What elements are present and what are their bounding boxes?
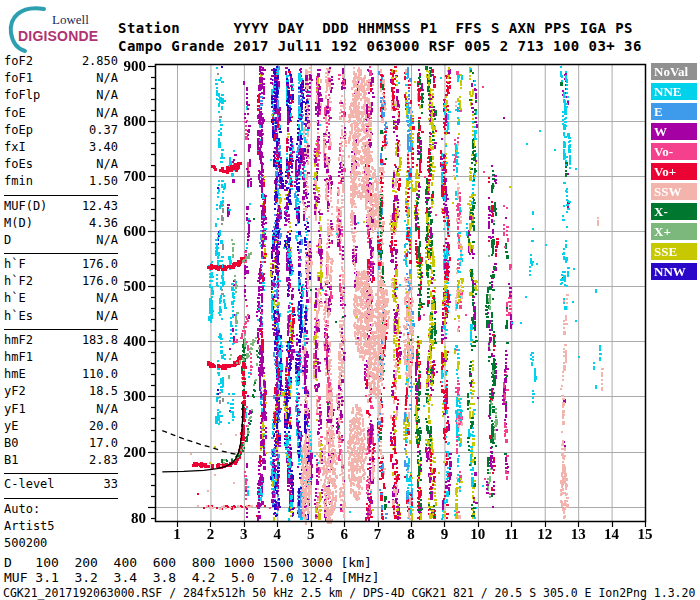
legend-item-x: X+	[651, 223, 697, 240]
param-row-hmf2: hmF2183.8	[4, 333, 118, 350]
panel-separator	[4, 498, 118, 499]
y-tick-label-800: 800	[116, 113, 146, 130]
param-label: foF2	[4, 54, 33, 71]
x-tick-label-2: 2	[197, 526, 223, 543]
legend-item-vo: Vo-	[651, 143, 697, 160]
param-label: C-level	[4, 477, 55, 494]
legend-item-ssw: SSW	[651, 183, 697, 200]
x-tick-label-12: 12	[532, 526, 558, 543]
param-row-yf2: yF218.5	[4, 384, 118, 401]
param-row-ye: yE20.0	[4, 419, 118, 436]
legend-item-vo: Vo+	[651, 163, 697, 180]
x-tick-label-3: 3	[231, 526, 257, 543]
param-row-foe: foEN/A	[4, 106, 118, 123]
x-tick-label-13: 13	[565, 526, 591, 543]
legend-item-sse: SSE	[651, 243, 697, 260]
y-tick-label-900: 900	[116, 58, 146, 75]
param-label: Artist5	[4, 519, 55, 536]
param-row-b0: B017.0	[4, 436, 118, 453]
y-tick-label-200: 200	[116, 444, 146, 461]
param-row-hmf1: hmF1N/A	[4, 350, 118, 367]
muf-distance-table: D 100 200 400 600 800 1000 1500 3000 [km…	[4, 556, 380, 585]
param-row-hes: h`EsN/A	[4, 309, 118, 326]
panel-separator	[4, 195, 118, 196]
panel-separator	[4, 253, 118, 254]
param-label: Auto:	[4, 502, 40, 519]
legend-item-nnw: NNW	[651, 263, 697, 280]
legend-item-noval: NoVal	[651, 63, 697, 80]
param-row-hme: hmE110.0	[4, 367, 118, 384]
param-label: foF1	[4, 71, 33, 88]
param-label: yF1	[4, 402, 26, 419]
logo-lowell-text: Lowell	[52, 12, 89, 28]
logo-digisonde-text: DIGISONDE	[18, 28, 98, 44]
param-label: fxI	[4, 140, 26, 157]
param-label: h`E	[4, 291, 26, 308]
panel-separator	[4, 473, 118, 474]
ionogram-screen: Lowell DIGISONDE Station YYYY DAY DDD HH…	[0, 0, 700, 600]
x-tick-label-8: 8	[398, 526, 424, 543]
x-tick-label-9: 9	[431, 526, 457, 543]
param-label: foEp	[4, 123, 33, 140]
param-label: B1	[4, 453, 18, 470]
param-row-fof1: foF1N/A	[4, 71, 118, 88]
digisonde-logo: Lowell DIGISONDE	[4, 4, 116, 54]
panel-separator	[4, 329, 118, 330]
param-label: D	[4, 233, 11, 250]
param-row-fmin: fmin1.50	[4, 174, 118, 191]
param-row-b1: B12.83	[4, 453, 118, 470]
muf-row: MUF 3.1 3.2 3.4 3.8 4.2 5.0 7.0 12.4 [MH…	[4, 570, 380, 585]
header-field-values: Campo Grande 2017 Jul11 192 063000 RSF 0…	[118, 37, 642, 55]
param-label: foE	[4, 106, 26, 123]
param-row-d: DN/A	[4, 233, 118, 250]
param-label: yF2	[4, 384, 26, 401]
header-field-names: Station YYYY DAY DDD HHMMSS P1 FFS S AXN…	[118, 19, 642, 37]
ionogram-plot-canvas	[110, 54, 670, 554]
param-row-hf2: h`F2176.0	[4, 274, 118, 291]
param-row-yf1: yF1N/A	[4, 402, 118, 419]
param-row-mufd: MUF(D)12.43	[4, 199, 118, 216]
station-header: Station YYYY DAY DDD HHMMSS P1 FFS S AXN…	[118, 19, 642, 55]
x-tick-label-11: 11	[498, 526, 524, 543]
legend-item-x: X-	[651, 203, 697, 220]
y-tick-label-80: 80	[116, 510, 146, 527]
d-row: D 100 200 400 600 800 1000 1500 3000 [km…	[4, 555, 372, 570]
param-row-foes: foEsN/A	[4, 157, 118, 174]
y-tick-label-400: 400	[116, 333, 146, 350]
param-row-foep: foEp0.37	[4, 123, 118, 140]
param-row-md: M(D)4.36	[4, 216, 118, 233]
x-tick-label-14: 14	[599, 526, 625, 543]
x-tick-label-5: 5	[298, 526, 324, 543]
param-row-fxi: fxI3.40	[4, 140, 118, 157]
x-tick-label-1: 1	[164, 526, 190, 543]
x-tick-label-6: 6	[331, 526, 357, 543]
param-label: B0	[4, 436, 18, 453]
param-label: MUF(D)	[4, 199, 47, 216]
param-label: foFlp	[4, 88, 40, 105]
param-row-clevel: C-level33	[4, 477, 118, 494]
param-label: h`F2	[4, 274, 33, 291]
y-tick-label-300: 300	[116, 388, 146, 405]
legend-item-nne: NNE	[651, 83, 697, 100]
param-row-foflp: foFlpN/A	[4, 88, 118, 105]
direction-color-legend: NoValNNEEWVo-Vo+SSWX-X+SSENNW	[651, 63, 699, 283]
param-row-hf: h`F176.0	[4, 257, 118, 274]
y-tick-label-600: 600	[116, 223, 146, 240]
param-row-he: h`EN/A	[4, 291, 118, 308]
param-label: yE	[4, 419, 18, 436]
param-label: hmF2	[4, 333, 33, 350]
param-label: M(D)	[4, 216, 33, 233]
param-row-artist5: Artist5	[4, 519, 118, 536]
legend-item-e: E	[651, 103, 697, 120]
legend-item-w: W	[651, 123, 697, 140]
y-tick-label-700: 700	[116, 168, 146, 185]
scaled-parameters-panel: foF22.850foF1N/AfoFlpN/AfoEN/AfoEp0.37fx…	[4, 54, 118, 553]
file-status-line: CGK21_2017192063000.RSF / 284fx512h 50 k…	[3, 586, 695, 600]
x-tick-label-4: 4	[264, 526, 290, 543]
param-row-500200: 500200	[4, 536, 118, 553]
x-tick-label-10: 10	[465, 526, 491, 543]
x-tick-label-7: 7	[365, 526, 391, 543]
param-label: h`Es	[4, 309, 33, 326]
param-label: fmin	[4, 174, 33, 191]
param-label: hmE	[4, 367, 26, 384]
